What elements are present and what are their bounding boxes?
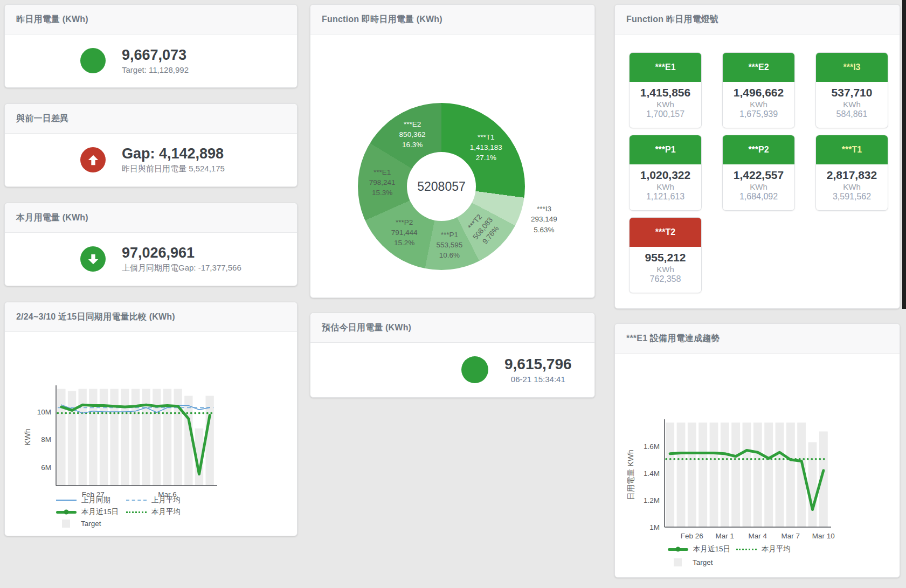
- device-label: ***T1: [842, 145, 862, 155]
- red-status-circle-icon: [80, 147, 106, 172]
- legend-item-last-month-same-period[interactable]: 上月同期: [56, 495, 126, 505]
- device-unit: KWh: [723, 182, 794, 191]
- green-thick-line-swatch-icon: [56, 511, 77, 514]
- green-status-circle-icon: [80, 48, 106, 73]
- device-usage-value: 1,020,322: [630, 169, 701, 182]
- legend-label: 上月同期: [81, 495, 110, 505]
- card-title: 與前一日差異: [5, 104, 297, 134]
- legend-label: 本月平均: [151, 507, 181, 517]
- device-tile-header: ***I3: [815, 52, 888, 82]
- card-yesterday-usage: 昨日用電量 (KWh) 9,667,073 Target: 11,128,992: [4, 4, 298, 88]
- gray-square-swatch-icon: [62, 520, 70, 528]
- device-label: ***E2: [748, 63, 769, 72]
- legend-label: 上月平均: [151, 495, 181, 505]
- device-usage-value: 537,710: [816, 86, 888, 99]
- donut-slice-label: ***I3293,1495.63%: [531, 204, 557, 234]
- device-label: ***I3: [843, 63, 860, 72]
- device-target-value: 3,591,562: [816, 192, 888, 202]
- donut-slice-label: ***E1798,24115.3%: [369, 167, 396, 198]
- card-yesterday-status-lights: Function 昨日用電燈號 ***E1 1,415,856 KWh 1,70…: [614, 4, 900, 309]
- legend-item-target[interactable]: Target: [56, 520, 101, 528]
- yesterday-usage-value: 9,667,073: [122, 47, 189, 64]
- device-label: ***T2: [655, 227, 675, 237]
- device-usage-value: 1,496,662: [723, 86, 794, 99]
- realtime-usage-donut-chart[interactable]: 5208057 ***T11,413,18327.1%***I3293,1495…: [358, 103, 525, 270]
- device-status-tile: ***E1 1,415,856 KWh 1,700,157: [629, 52, 702, 128]
- device-tile-header: ***P2: [722, 135, 795, 164]
- device-unit: KWh: [630, 265, 701, 274]
- svg-text:6M: 6M: [41, 464, 51, 472]
- device-tile-header: ***P1: [629, 135, 702, 164]
- legend-item-this-month-average[interactable]: 本月平均: [736, 544, 791, 554]
- gap-title: 與前一日差異: [16, 113, 68, 124]
- device-usage-value: 1,415,856: [630, 86, 701, 99]
- donut-slice-label: ***P1553,59510.6%: [437, 230, 463, 260]
- device-label: ***P1: [655, 145, 675, 155]
- svg-text:1.4M: 1.4M: [644, 469, 660, 478]
- blue-line-swatch-icon: [56, 500, 77, 501]
- device-target-value: 1,121,613: [630, 192, 701, 202]
- svg-text:8M: 8M: [41, 435, 51, 444]
- legend-label: 本月近15日: [693, 544, 730, 554]
- gray-square-swatch-icon: [674, 558, 682, 566]
- svg-text:日用電量 KWh: 日用電量 KWh: [626, 449, 635, 500]
- svg-text:10M: 10M: [37, 408, 51, 416]
- device-status-tile: ***E2 1,496,662 KWh 1,675,939: [722, 52, 795, 128]
- device-usage-value: 955,212: [630, 251, 701, 264]
- donut-slice-label: ***T11,413,18327.1%: [470, 132, 502, 163]
- device-target-value: 584,861: [816, 109, 888, 119]
- legend-label: Target: [81, 520, 101, 528]
- card-e1-trend-chart: ***E1 設備用電達成趨勢 1M1.2M1.4M1.6MFeb 26Mar 1…: [614, 323, 900, 578]
- device-unit: KWh: [723, 100, 794, 109]
- donut-center-total: 5208057: [407, 152, 476, 221]
- today-estimate-value: 9,615,796: [504, 356, 572, 373]
- svg-text:1M: 1M: [649, 523, 660, 531]
- legend-label: 本月平均: [762, 544, 791, 554]
- device-status-tile: ***I3 537,710 KWh 584,861: [815, 52, 888, 128]
- svg-text:Mar 1: Mar 1: [716, 532, 735, 540]
- svg-text:KWh: KWh: [23, 428, 32, 445]
- device-unit: KWh: [630, 100, 701, 109]
- legend-item-last-month-average[interactable]: 上月平均: [126, 495, 181, 505]
- today-estimate-timestamp: 06-21 15:34:41: [504, 375, 572, 384]
- legend-label: 本月近15日: [81, 507, 119, 517]
- green-status-circle-icon: [461, 356, 488, 383]
- card-month-usage: 本月用電量 (KWh) 97,026,961 上個月同期用電Gap: -17,3…: [4, 203, 298, 286]
- legend-item-target[interactable]: Target: [668, 558, 713, 566]
- device-label: ***E1: [655, 63, 675, 72]
- device-target-value: 1,684,092: [723, 192, 794, 202]
- card-realtime-usage-donut: Function 即時日用電量 (KWh) 5208057 ***T11,413…: [310, 4, 595, 298]
- donut-chart-title: Function 即時日用電量 (KWh): [322, 14, 442, 25]
- device-tile-header: ***E2: [722, 52, 795, 82]
- svg-text:Mar 10: Mar 10: [812, 532, 835, 540]
- device-usage-value: 1,422,557: [723, 169, 794, 182]
- device-target-value: 762,358: [630, 274, 701, 284]
- svg-text:Feb 26: Feb 26: [681, 532, 703, 540]
- svg-text:1.2M: 1.2M: [644, 496, 660, 504]
- device-status-tile: ***T1 2,817,832 KWh 3,591,562: [815, 135, 888, 211]
- scrollbar[interactable]: [902, 0, 906, 309]
- card-title: 預估今日用電量 (KWh): [310, 313, 594, 343]
- device-tile-header: ***E1: [629, 52, 702, 82]
- legend-label: Target: [693, 558, 713, 566]
- device-usage-value: 2,817,832: [816, 169, 888, 182]
- blue-dashed-swatch-icon: [126, 500, 147, 501]
- legend-item-this-month-15days[interactable]: 本月近15日: [56, 507, 126, 517]
- device-unit: KWh: [816, 100, 888, 109]
- svg-text:Mar 7: Mar 7: [781, 532, 800, 540]
- device-tile-header: ***T1: [815, 135, 888, 164]
- month-usage-gap: 上個月同期用電Gap: -17,377,566: [122, 263, 241, 273]
- device-target-value: 1,700,157: [630, 109, 701, 119]
- e1-trend-line-chart[interactable]: 1M1.2M1.4M1.6MFeb 26Mar 1Mar 4Mar 7Mar 1…: [615, 324, 901, 578]
- green-status-circle-icon: [80, 246, 106, 272]
- device-status-tile: ***P1 1,020,322 KWh 1,121,613: [629, 135, 702, 211]
- svg-text:Mar 4: Mar 4: [749, 532, 767, 540]
- green-thick-line-swatch-icon: [668, 548, 688, 551]
- green-dotted-swatch-icon: [126, 511, 147, 513]
- device-unit: KWh: [630, 182, 701, 191]
- legend-item-this-month-average[interactable]: 本月平均: [126, 507, 181, 517]
- device-label: ***P2: [748, 145, 769, 155]
- card-gap-previous-day: 與前一日差異 Gap: 4,142,898 昨日與前日用電量 5,524,175: [4, 103, 298, 187]
- arrow-up-icon: [86, 153, 100, 167]
- legend-item-this-month-15days[interactable]: 本月近15日: [668, 544, 736, 554]
